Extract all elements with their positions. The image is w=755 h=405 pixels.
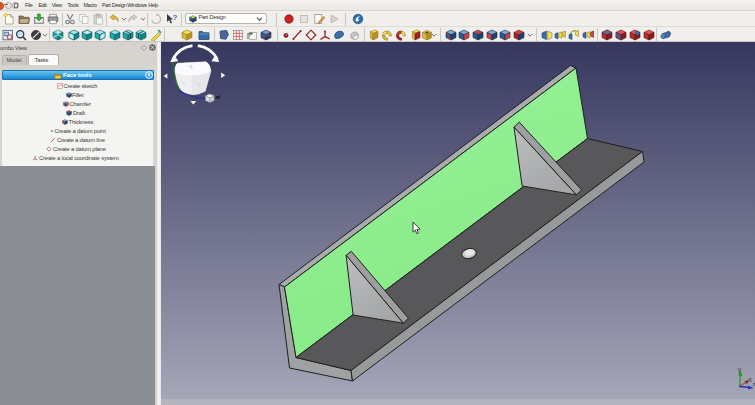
- svg-text:?: ?: [173, 13, 177, 22]
- svg-text:y: y: [738, 366, 742, 374]
